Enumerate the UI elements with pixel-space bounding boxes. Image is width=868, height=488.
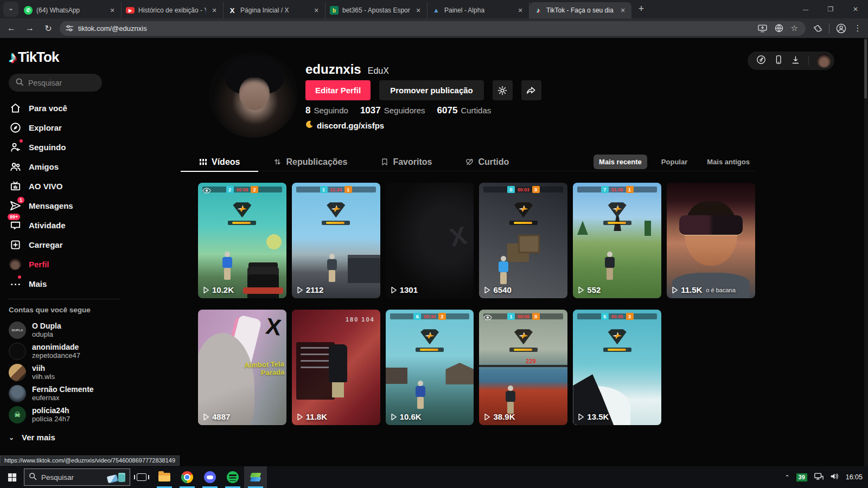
chrome-button[interactable] (176, 466, 199, 488)
sidebar-item-mais[interactable]: Mais (9, 274, 136, 293)
browser-profile-icon[interactable] (836, 23, 846, 34)
account-odupla[interactable]: DUPLA O Duplaodupla (9, 319, 136, 341)
video-card-7[interactable]: X Aimbot Tela Parada 4887 (198, 310, 286, 425)
reload-button[interactable] (41, 21, 55, 35)
bookmark-star-icon[interactable] (791, 23, 798, 33)
sidebar-item-ao-vivo[interactable]: AO VIVO (9, 176, 136, 196)
search-input[interactable] (28, 79, 88, 87)
new-tab-button[interactable] (634, 2, 649, 17)
sidebar-item-label: Explorar (29, 123, 62, 132)
account-policia24h[interactable]: ☠ polícia24hpolícia 24h7 (9, 404, 136, 425)
video-card-5[interactable]: 701:091 552 (573, 183, 661, 298)
forward-button[interactable] (23, 21, 37, 35)
install-app-icon[interactable] (758, 24, 767, 33)
bluestacks-button[interactable] (244, 466, 267, 488)
profile-username: eduznxis (305, 62, 361, 77)
window-close-button[interactable] (843, 0, 868, 18)
video-card-6[interactable]: 11.5Ko é bacana (667, 183, 755, 298)
scrollbar-thumb[interactable] (864, 39, 867, 99)
tab-favoritos[interactable]: Favoritos (380, 153, 433, 171)
sidebar-item-para-voce[interactable]: Para você (9, 98, 136, 118)
tab-curtido[interactable]: Curtido (464, 153, 510, 171)
sidebar-item-seguindo[interactable]: Seguindo (9, 137, 136, 157)
spotify-button[interactable] (221, 466, 244, 488)
share-profile-button[interactable] (521, 80, 541, 100)
video-card-11[interactable]: 500:053 13.5K (573, 310, 661, 425)
clock[interactable]: 16:05 (846, 473, 863, 481)
tab-republicacoes[interactable]: Republicações (272, 153, 348, 171)
tab-bet365[interactable]: bet365 - Apostas Esportivas On (326, 2, 427, 18)
sidebar-item-amigos[interactable]: Amigos (9, 157, 136, 176)
video-card-4[interactable]: 000:030 6540 (479, 183, 567, 298)
tiktok-coin-icon[interactable] (756, 55, 766, 67)
account-viih[interactable]: viihviih.wls (9, 362, 136, 383)
tiktok-sidebar: TikTok Para você Explorar (0, 38, 136, 466)
tab-x[interactable]: Página Inicial / X (224, 2, 326, 18)
settings-gear-button[interactable] (493, 80, 513, 100)
tab-search-button[interactable] (3, 2, 18, 17)
browser-menu-icon[interactable] (853, 23, 863, 33)
tiktok-logo[interactable]: TikTok (9, 48, 136, 66)
back-button[interactable] (4, 21, 18, 35)
taskbar-search-input[interactable] (41, 473, 95, 481)
chevron-down-icon (9, 434, 14, 441)
sort-mais-recente[interactable]: Mais recente (593, 155, 647, 169)
tab-whatsapp[interactable]: (64) WhatsApp (20, 2, 122, 18)
tab-close-icon[interactable] (210, 6, 219, 15)
extensions-icon[interactable] (813, 24, 822, 33)
account-avatar: DUPLA (9, 322, 26, 339)
tab-alpha[interactable]: Painel - Alpha (427, 2, 529, 18)
stat-followers[interactable]: 1037Seguidores (360, 105, 425, 116)
video-card-3[interactable]: X 1301 (386, 183, 474, 298)
whatsapp-unread-badge[interactable]: 39 (796, 473, 807, 481)
profile-avatar[interactable] (209, 52, 298, 138)
promote-post-button[interactable]: Promover publicação (379, 80, 484, 100)
tab-tiktok-active[interactable]: TikTok - Faça o seu dia (529, 2, 631, 18)
video-card-1[interactable]: 200:062 10.2K (198, 183, 286, 298)
bio-link[interactable]: discord.gg/xisfps (317, 121, 384, 130)
window-minimize-button[interactable] (793, 0, 818, 18)
tab-close-icon[interactable] (108, 6, 117, 15)
page-scrollbar[interactable] (864, 38, 868, 466)
download-icon[interactable] (791, 55, 800, 67)
video-card-9[interactable]: 600:302 10.6K (386, 310, 474, 425)
translate-icon[interactable] (775, 24, 783, 33)
sidebar-item-mensagens[interactable]: 1 Mensagens (9, 196, 136, 215)
volume-icon[interactable] (830, 472, 839, 483)
sidebar-item-perfil[interactable]: Perfil (9, 254, 136, 274)
sidebar-item-carregar[interactable]: Carregar (9, 235, 136, 254)
sort-mais-antigos[interactable]: Mais antigos (701, 155, 755, 169)
start-button[interactable] (0, 466, 24, 488)
get-app-phone-icon[interactable] (774, 55, 783, 67)
sidebar-item-explorar[interactable]: Explorar (9, 118, 136, 137)
network-icon[interactable] (814, 472, 824, 483)
stat-following[interactable]: 8Seguindo (305, 105, 348, 116)
file-explorer-button[interactable] (153, 466, 176, 488)
tab-close-icon[interactable] (516, 6, 525, 15)
header-mini-avatar[interactable] (817, 54, 831, 68)
tab-youtube[interactable]: Histórico de exibição - YouTube (122, 2, 224, 18)
discord-button[interactable] (199, 466, 221, 488)
tab-close-icon[interactable] (414, 6, 423, 15)
tab-close-icon[interactable] (312, 6, 321, 15)
address-bar[interactable]: tiktok.com/@eduznxis (60, 21, 806, 36)
video-card-2[interactable]: 111:341 2112 (292, 183, 380, 298)
site-info-icon[interactable] (65, 24, 74, 33)
window-controls (793, 0, 868, 18)
stat-likes[interactable]: 6075Curtidas (437, 105, 492, 116)
account-fernao[interactable]: Fernão Clementeeufernax (9, 383, 136, 404)
window-restore-button[interactable] (818, 0, 843, 18)
see-more-button[interactable]: Ver mais (9, 433, 136, 442)
sidebar-search[interactable] (9, 74, 102, 92)
sort-popular[interactable]: Popular (656, 155, 693, 169)
tab-videos[interactable]: Vídeos (198, 153, 241, 171)
task-view-button[interactable] (130, 466, 153, 488)
sidebar-item-atividade[interactable]: 99+ Atividade (9, 215, 136, 235)
tray-expand-icon[interactable] (785, 474, 790, 481)
video-card-8[interactable]: 180 104 11.8K (292, 310, 380, 425)
video-card-10[interactable]: 100:060 229 38.9K (479, 310, 567, 425)
account-anonimidade[interactable]: anonimidadezepetodance47 (9, 341, 136, 362)
taskbar-search[interactable] (24, 468, 130, 486)
tab-close-icon[interactable] (618, 6, 627, 15)
edit-profile-button[interactable]: Editar Perfil (305, 80, 371, 100)
